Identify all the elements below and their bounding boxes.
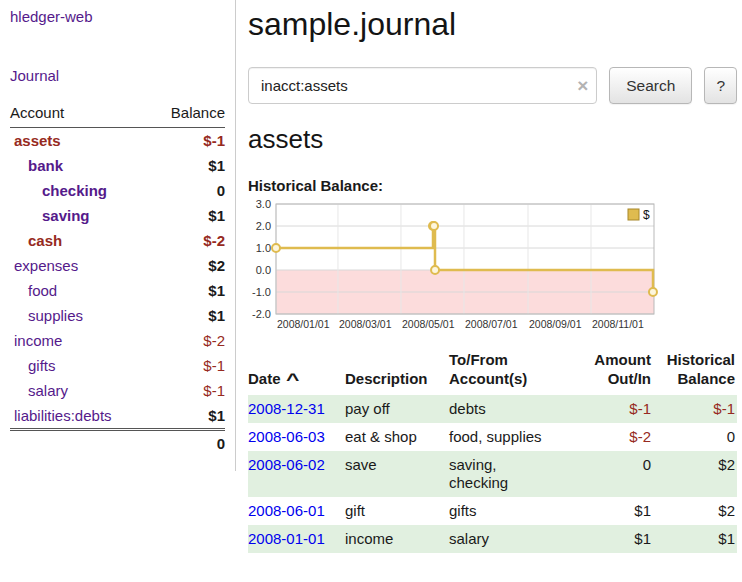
account-balance: $1: [150, 303, 225, 328]
account-row: food$1: [10, 278, 225, 303]
x-tick-label: 2008/03/01: [339, 318, 392, 330]
account-link[interactable]: checking: [42, 182, 107, 199]
sidebar: hledger-web Journal Account Balance asse…: [0, 0, 236, 471]
account-link[interactable]: salary: [28, 382, 68, 399]
search-button[interactable]: Search: [609, 67, 692, 104]
register-date-link[interactable]: 2008-06-02: [248, 456, 325, 473]
register-header-amount: Amount Out/In: [584, 348, 661, 395]
account-row: income$-2: [10, 328, 225, 353]
x-tick-label: 2008/09/01: [529, 318, 582, 330]
journal-nav-link[interactable]: Journal: [10, 67, 59, 84]
register-amount-cell: $-2: [584, 423, 661, 451]
clear-search-icon[interactable]: ×: [577, 75, 588, 94]
register-date-link[interactable]: 2008-06-01: [248, 502, 325, 519]
register-date-link[interactable]: 2008-12-31: [248, 400, 325, 417]
account-link[interactable]: food: [28, 282, 57, 299]
account-row: assets$-1: [10, 128, 225, 154]
register-date-cell: 2008-06-03: [248, 423, 345, 451]
register-date-cell: 2008-06-01: [248, 497, 345, 525]
account-row: supplies$1: [10, 303, 225, 328]
account-name-cell: gifts: [10, 353, 150, 378]
chart-point-marker: [649, 288, 657, 296]
register-amount-cell: 0: [584, 451, 661, 497]
search-input[interactable]: [248, 67, 597, 104]
account-row: liabilities:debts$1: [10, 403, 225, 430]
balance-chart: 3.02.01.00.0-1.0-2.02008/01/012008/03/01…: [248, 198, 660, 332]
register-description-cell: income: [345, 525, 449, 553]
app-title-link[interactable]: hledger-web: [10, 8, 93, 25]
register-date-cell: 2008-01-01: [248, 525, 345, 553]
register-row: 2008-01-01incomesalary$1$1: [248, 525, 737, 553]
account-name-cell: liabilities:debts: [10, 403, 150, 430]
account-balance: $-1: [150, 353, 225, 378]
register-row: 2008-06-03eat & shopfood, supplies$-20: [248, 423, 737, 451]
account-link[interactable]: bank: [28, 157, 63, 174]
account-link[interactable]: cash: [28, 232, 62, 249]
account-balance: $-2: [150, 328, 225, 353]
account-name-cell: supplies: [10, 303, 150, 328]
account-row: salary$-1: [10, 378, 225, 403]
account-balance: $1: [150, 278, 225, 303]
register-date-link[interactable]: 2008-01-01: [248, 530, 325, 547]
account-heading: assets: [248, 124, 737, 155]
journal-nav: Journal: [10, 67, 225, 84]
chart-point-marker: [430, 222, 438, 230]
page-title: sample.journal: [248, 6, 737, 43]
y-tick-label: 0.0: [256, 264, 271, 276]
x-tick-label: 2008/05/01: [402, 318, 455, 330]
account-name-cell: bank: [10, 153, 150, 178]
account-balance: $1: [150, 153, 225, 178]
account-name-cell: food: [10, 278, 150, 303]
register-balance-cell: $1: [661, 525, 737, 553]
account-balance: $1: [150, 203, 225, 228]
register-date-link[interactable]: 2008-06-03: [248, 428, 325, 445]
register-date-cell: 2008-06-02: [248, 451, 345, 497]
register-header-description: Description: [345, 348, 449, 395]
account-link[interactable]: saving: [42, 207, 90, 224]
register-description-cell: save: [345, 451, 449, 497]
register-account-cell: debts: [449, 395, 584, 423]
accounts-total-spacer: [10, 430, 150, 457]
register-header-date[interactable]: Date^: [248, 348, 345, 395]
account-balance: 0: [150, 178, 225, 203]
search-box: ×: [248, 67, 597, 104]
register-body: 2008-12-31pay offdebts$-1$-12008-06-03ea…: [248, 395, 737, 553]
x-tick-label: 2008/11/01: [592, 318, 644, 330]
account-balance: $-2: [150, 228, 225, 253]
help-button[interactable]: ?: [704, 67, 737, 104]
register-description-cell: gift: [345, 497, 449, 525]
register-amount-cell: $1: [584, 497, 661, 525]
sort-asc-icon: ^: [286, 370, 299, 389]
chart-legend-label: $: [643, 208, 650, 222]
account-name-cell: cash: [10, 228, 150, 253]
account-link[interactable]: liabilities:debts: [14, 407, 112, 424]
y-tick-label: -1.0: [252, 286, 271, 298]
account-link[interactable]: assets: [14, 132, 61, 149]
register-account-cell: gifts: [449, 497, 584, 525]
register-row: 2008-12-31pay offdebts$-1$-1: [248, 395, 737, 423]
accounts-total-row: 0: [10, 430, 225, 457]
account-row: cash$-2: [10, 228, 225, 253]
chart-point-marker: [431, 266, 439, 274]
account-balance: $1: [150, 403, 225, 430]
accounts-header-balance: Balance: [150, 100, 225, 128]
register-balance-cell: 0: [661, 423, 737, 451]
account-link[interactable]: expenses: [14, 257, 78, 274]
register-header-row: Date^ Description To/From Account(s) Amo…: [248, 348, 737, 395]
account-row: gifts$-1: [10, 353, 225, 378]
register-balance-cell: $2: [661, 451, 737, 497]
y-tick-label: 3.0: [256, 198, 271, 210]
account-link[interactable]: supplies: [28, 307, 83, 324]
register-amount-cell: $-1: [584, 395, 661, 423]
account-link[interactable]: gifts: [28, 357, 56, 374]
chart-legend-swatch: [628, 209, 639, 220]
account-balance: $-1: [150, 128, 225, 154]
account-row: checking0: [10, 178, 225, 203]
account-name-cell: salary: [10, 378, 150, 403]
register-header-account: To/From Account(s): [449, 348, 584, 395]
account-link[interactable]: income: [14, 332, 62, 349]
register-date-cell: 2008-12-31: [248, 395, 345, 423]
y-tick-label: 2.0: [256, 220, 271, 232]
x-tick-label: 2008/07/01: [465, 318, 518, 330]
accounts-total-value: 0: [150, 430, 225, 457]
